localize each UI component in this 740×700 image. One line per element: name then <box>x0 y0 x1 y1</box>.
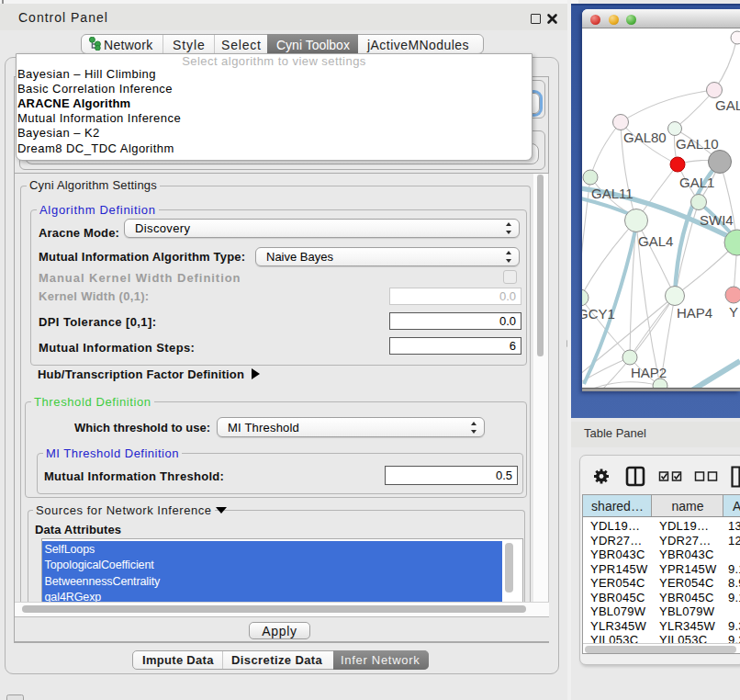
svg-text:GCY1: GCY1 <box>582 306 615 322</box>
svg-text:GAL: GAL <box>715 97 740 113</box>
svg-text:HAP2: HAP2 <box>631 365 667 380</box>
svg-text:Y: Y <box>729 304 738 320</box>
svg-text:HAP4: HAP4 <box>677 305 712 321</box>
svg-text:GAL4: GAL4 <box>638 233 673 249</box>
svg-text:SWI4: SWI4 <box>700 212 734 228</box>
svg-text:GAL80: GAL80 <box>623 130 667 145</box>
svg-text:GAL11: GAL11 <box>591 186 633 201</box>
svg-text:GAL1: GAL1 <box>679 175 714 190</box>
svg-text:GAL10: GAL10 <box>676 136 719 152</box>
